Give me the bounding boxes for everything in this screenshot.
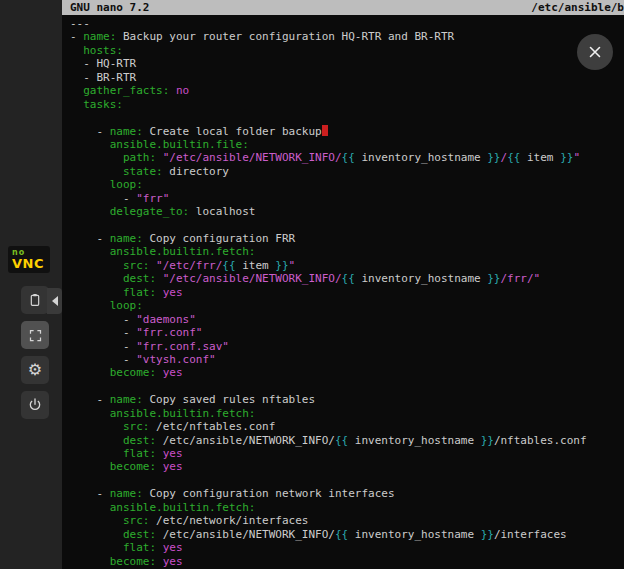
code-token: src:	[123, 514, 150, 527]
code-token: - BR-RTR	[70, 71, 136, 84]
code-token: /nftables.conf	[494, 434, 587, 447]
code-token: name:	[110, 125, 143, 138]
editor-line[interactable]: ansible.builtin.file:	[70, 138, 624, 151]
code-token: }}	[560, 151, 573, 164]
editor-line[interactable]: become: yes	[70, 366, 624, 379]
code-token: localhost	[189, 205, 255, 218]
code-token: gather_facts:	[83, 84, 169, 97]
code-token: {{	[342, 151, 355, 164]
code-token	[70, 151, 123, 164]
code-token: -	[70, 232, 110, 245]
editor-line[interactable]: loop:	[70, 178, 624, 191]
editor-line[interactable]: tasks:	[70, 98, 624, 111]
code-token: become:	[110, 366, 156, 379]
code-token	[156, 366, 163, 379]
editor-lines[interactable]: ---- name: Backup your router configurat…	[62, 15, 624, 569]
editor-line[interactable]: flat: yes	[70, 447, 624, 460]
code-token	[70, 286, 123, 299]
editor-line[interactable]: flat: yes	[70, 541, 624, 554]
settings-button[interactable]: ⚙	[21, 356, 49, 384]
code-token	[70, 501, 110, 514]
code-token: loop:	[110, 178, 143, 191]
editor-line[interactable]: state: directory	[70, 165, 624, 178]
editor-line[interactable]: - BR-RTR	[70, 71, 624, 84]
editor-line[interactable]: - HQ-RTR	[70, 57, 624, 70]
code-token: dest:	[123, 434, 156, 447]
code-token: become:	[110, 460, 156, 473]
code-token: src:	[123, 259, 150, 272]
editor-line[interactable]: dest: /etc/ansible/NETWORK_INFO/{{ inven…	[70, 434, 624, 447]
editor-line[interactable]	[70, 380, 624, 393]
code-token: }}	[275, 259, 288, 272]
editor-line[interactable]: - name: Copy configuration network inter…	[70, 487, 624, 500]
editor-line[interactable]: flat: yes	[70, 286, 624, 299]
code-token: "/etc/ansible/NETWORK_INFO/	[163, 272, 342, 285]
editor-line[interactable]: - "frr"	[70, 192, 624, 205]
close-button[interactable]	[577, 34, 613, 70]
code-token: src:	[123, 420, 150, 433]
close-icon	[587, 44, 603, 60]
editor-line[interactable]: ansible.builtin.fetch:	[70, 245, 624, 258]
code-token: no	[176, 84, 189, 97]
editor-line[interactable]: - "frr.conf.sav"	[70, 340, 624, 353]
editor-line[interactable]: - "daemons"	[70, 313, 624, 326]
code-token: -	[70, 125, 110, 138]
code-token	[70, 259, 123, 272]
editor-line[interactable]: ---	[70, 17, 624, 30]
code-token: hosts:	[83, 44, 123, 57]
editor-line[interactable]: ansible.builtin.fetch:	[70, 501, 624, 514]
editor-line[interactable]: path: "/etc/ansible/NETWORK_INFO/{{ inve…	[70, 151, 624, 164]
editor-line[interactable]: - "frr.conf"	[70, 326, 624, 339]
code-token: }}	[487, 272, 500, 285]
editor-line[interactable]: - name: Copy configuration FRR	[70, 232, 624, 245]
editor-line[interactable]: dest: /etc/ansible/NETWORK_INFO/{{ inven…	[70, 528, 624, 541]
code-token: "frr.conf.sav"	[136, 340, 229, 353]
editor-line[interactable]: - name: Copy saved rules nftables	[70, 393, 624, 406]
editor-line[interactable]: ansible.builtin.fetch:	[70, 407, 624, 420]
clipboard-button[interactable]	[21, 286, 49, 314]
editor-line[interactable]: - name: Create local folder backup	[70, 125, 624, 138]
editor-line[interactable]: gather_facts: no	[70, 84, 624, 97]
code-token: /etc/nftables.conf	[149, 420, 275, 433]
vnc-session: no VNC ⚙	[0, 0, 624, 569]
code-token: loop:	[110, 299, 143, 312]
code-token	[169, 84, 176, 97]
code-token: inventory_hostname	[348, 528, 480, 541]
code-token: -	[70, 30, 83, 43]
code-token: {{	[335, 434, 348, 447]
code-token: ansible.builtin.file:	[110, 138, 249, 151]
terminal-window[interactable]: GNU nano 7.2 /etc/ansible/b ---- name: B…	[62, 0, 624, 569]
editor-line[interactable]: src: /etc/nftables.conf	[70, 420, 624, 433]
code-token	[156, 460, 163, 473]
editor-line[interactable]: - "vtysh.conf"	[70, 353, 624, 366]
code-token: path:	[123, 151, 156, 164]
editor-line[interactable]	[70, 219, 624, 232]
code-token: Copy configuration FRR	[143, 232, 295, 245]
editor-line[interactable]: src: "/etc/frr/{{ item }}"	[70, 259, 624, 272]
power-button[interactable]	[21, 391, 49, 419]
editor-line[interactable]: loop:	[70, 299, 624, 312]
code-token	[70, 44, 83, 57]
editor-line[interactable]: src: /etc/network/interfaces	[70, 514, 624, 527]
editor-line[interactable]: delegate_to: localhost	[70, 205, 624, 218]
code-token: }}	[481, 434, 494, 447]
code-token: Create local folder backup	[143, 125, 322, 138]
code-token: yes	[163, 541, 183, 554]
code-token: yes	[163, 286, 183, 299]
editor-line[interactable]: become: yes	[70, 555, 624, 568]
editor-line[interactable]: - name: Backup your router configuration…	[70, 30, 624, 43]
editor-line[interactable]: dest: "/etc/ansible/NETWORK_INFO/{{ inve…	[70, 272, 624, 285]
code-token: ansible.builtin.fetch:	[110, 245, 256, 258]
editor-line[interactable]: hosts:	[70, 44, 624, 57]
code-token	[70, 528, 123, 541]
code-token	[70, 84, 83, 97]
fullscreen-button[interactable]	[21, 321, 49, 349]
nano-filename: /etc/ansible/b	[531, 0, 624, 15]
code-token: "vtysh.conf"	[136, 353, 215, 366]
code-token	[70, 434, 123, 447]
vnc-control-bar: no VNC ⚙	[0, 0, 62, 569]
editor-line[interactable]	[70, 111, 624, 124]
control-bar-handle[interactable]	[47, 288, 62, 314]
editor-line[interactable]: become: yes	[70, 460, 624, 473]
editor-line[interactable]	[70, 474, 624, 487]
